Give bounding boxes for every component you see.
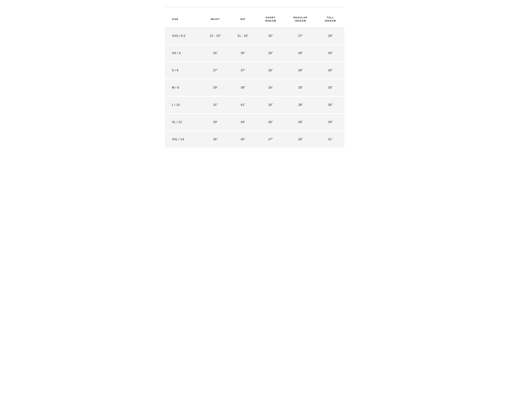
cell-waist: 25” <box>202 45 229 62</box>
cell-regular_inseam: 28” <box>284 62 316 79</box>
cell-regular_inseam: 27” <box>284 28 316 45</box>
header-short-inseam: SHORTINSEAM <box>257 11 285 28</box>
cell-waist: 27” <box>202 62 229 79</box>
cell-size: S / 6 <box>165 62 202 79</box>
table-row: XXS / 0-221 - 23”31 - 33”25”27”29” <box>165 28 344 45</box>
cell-hip: 31 - 33” <box>229 28 257 45</box>
cell-short_inseam: 26” <box>257 45 285 62</box>
cell-size: XS / 4 <box>165 45 202 62</box>
cell-hip: 41” <box>229 96 257 113</box>
cell-size: XXS / 0-2 <box>165 28 202 45</box>
cell-tall_inseam: 30” <box>317 96 344 113</box>
header-tall-inseam: TALLINSEAM <box>317 11 344 28</box>
cell-tall_inseam: 30” <box>317 45 344 62</box>
header-regular-inseam: REGULARINSEAM <box>284 11 316 28</box>
table-row: XXL / 1435”45”27”29”31” <box>165 131 344 148</box>
cell-size: XL / 12 <box>165 113 202 131</box>
cell-short_inseam: 26” <box>257 96 285 113</box>
cell-tall_inseam: 30” <box>317 113 344 131</box>
cell-waist: 21 - 23” <box>202 28 229 45</box>
cell-regular_inseam: 28” <box>284 45 316 62</box>
cell-regular_inseam: 28” <box>284 96 316 113</box>
header-size: SIZE <box>165 11 202 28</box>
header-waist: WAIST <box>202 11 229 28</box>
cell-short_inseam: 27” <box>257 131 285 148</box>
size-chart-container: SIZE WAIST HIP SHORTINSEAM REGULARINSEAM… <box>165 7 344 148</box>
cell-waist: 31” <box>202 96 229 113</box>
cell-waist: 35” <box>202 131 229 148</box>
cell-hip: 45” <box>229 131 257 148</box>
cell-short_inseam: 26” <box>257 79 285 96</box>
table-row: M / 829”39”26”28”30” <box>165 79 344 96</box>
cell-regular_inseam: 28” <box>284 79 316 96</box>
cell-hip: 39” <box>229 79 257 96</box>
cell-size: XXL / 14 <box>165 131 202 148</box>
cell-waist: 33” <box>202 113 229 131</box>
cell-tall_inseam: 30” <box>317 62 344 79</box>
cell-regular_inseam: 28” <box>284 113 316 131</box>
table-row: L / 1031”41”26”28”30” <box>165 96 344 113</box>
cell-hip: 37” <box>229 62 257 79</box>
cell-short_inseam: 25” <box>257 28 285 45</box>
table-header-row: SIZE WAIST HIP SHORTINSEAM REGULARINSEAM… <box>165 11 344 28</box>
cell-regular_inseam: 29” <box>284 131 316 148</box>
cell-hip: 35” <box>229 45 257 62</box>
cell-hip: 43” <box>229 113 257 131</box>
table-row: XS / 425”35”26”28”30” <box>165 45 344 62</box>
size-table: SIZE WAIST HIP SHORTINSEAM REGULARINSEAM… <box>165 11 344 148</box>
cell-tall_inseam: 31” <box>317 131 344 148</box>
cell-waist: 29” <box>202 79 229 96</box>
cell-short_inseam: 26” <box>257 62 285 79</box>
table-row: S / 627”37”26”28”30” <box>165 62 344 79</box>
header-hip: HIP <box>229 11 257 28</box>
table-row: XL / 1233”43”26”28”30” <box>165 113 344 131</box>
cell-tall_inseam: 29” <box>317 28 344 45</box>
cell-size: L / 10 <box>165 96 202 113</box>
cell-size: M / 8 <box>165 79 202 96</box>
cell-short_inseam: 26” <box>257 113 285 131</box>
cell-tall_inseam: 30” <box>317 79 344 96</box>
